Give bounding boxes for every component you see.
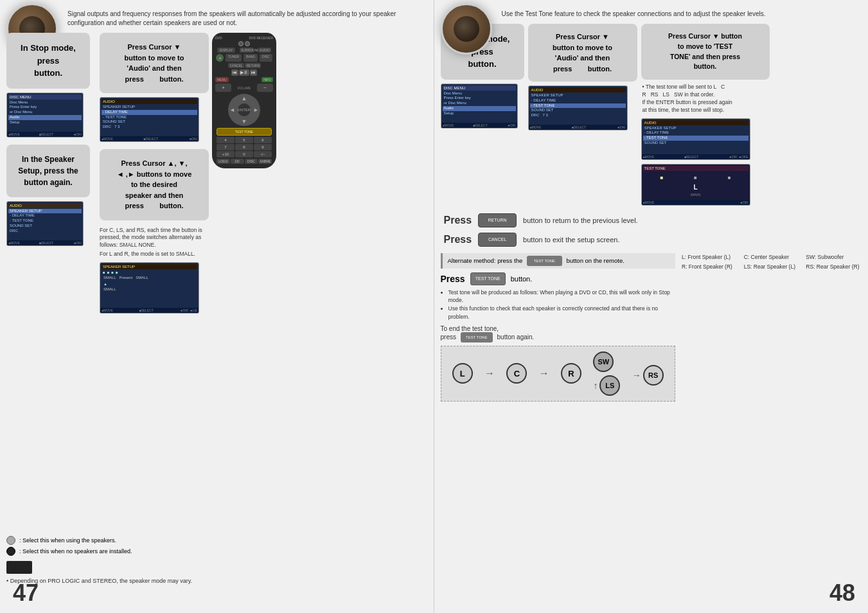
- node-C: C: [506, 363, 527, 384]
- right-step2-box: Press Cursor ▼button to move to'Audio' a…: [528, 24, 637, 82]
- press2-text: button to exit the setup screen.: [523, 236, 619, 244]
- step4-box: Press Cursor ▲, ▼,◄ ,► buttons to moveto…: [100, 149, 209, 220]
- arrow2: →: [539, 368, 549, 379]
- speaker-legend: L: Front Speaker (L) C: Center Speaker S…: [682, 253, 862, 272]
- press1-text: button to return to the previous level.: [523, 217, 638, 224]
- alt-method-box: Alternate method: press the TEST TONE bu…: [441, 253, 676, 269]
- color-dot-gray: [6, 536, 15, 545]
- screen2-thumb: AUDIO SPEAKER SETUP - DELAY TIME - TEST …: [100, 97, 199, 142]
- screen3-thumb: AUDIO SPEAKER SETUP - DELAY TIME - TEST …: [6, 201, 84, 246]
- press3-word: Press: [441, 274, 465, 284]
- screen1-thumb: DISC MENU Disc Menu Press Enter key or D…: [6, 93, 84, 138]
- right-page: Use the Test Tone feature to check the s…: [434, 0, 869, 613]
- press3-suffix: button.: [511, 275, 533, 283]
- node-L: L: [452, 363, 473, 384]
- left-page: Signal outputs and frequency responses f…: [0, 0, 434, 613]
- speaker-diagram: L → C → R SW ↑ LS: [441, 346, 676, 402]
- test-tone-btn[interactable]: TEST TONE: [217, 128, 272, 136]
- right-screen3a-thumb: AUDIO SPEAKER SETUP - DELAY TIME - TEST …: [641, 118, 750, 160]
- legend-LS: LS: Rear Speaker (L): [744, 263, 800, 272]
- right-bullet-note: • The test tone will be sent to L CR RS …: [641, 84, 770, 114]
- right-screen2-thumb: AUDIO SPEAKER SETUP - DELAY TIME - TEST …: [528, 85, 628, 130]
- press3-bullets: Test tone will be produced as follows: W…: [441, 289, 676, 321]
- page: Signal outputs and frequency responses f…: [0, 0, 868, 613]
- end-text-row: To end the test tone, press TEST TONE bu…: [441, 325, 676, 342]
- press3-button-img: TEST TONE: [470, 272, 506, 285]
- press2-word: Press: [444, 234, 472, 245]
- black-rect: [6, 561, 32, 574]
- node-LS: LS: [599, 375, 620, 396]
- page-number-right: 48: [829, 580, 855, 607]
- press-section: Press RETURN button to return to the pre…: [441, 213, 862, 247]
- press1-button-img: RETURN: [478, 213, 517, 227]
- bottom-section: Alternate method: press the TEST TONE bu…: [441, 253, 862, 402]
- legend-L: L: Front Speaker (L): [682, 253, 738, 262]
- press1-word: Press: [444, 215, 472, 226]
- legend-R: R: Front Speaker (R): [682, 263, 738, 272]
- step3-box: In the SpeakerSetup, press thebutton aga…: [6, 145, 90, 197]
- right-screen1-thumb: DISC MENU Disc Menu Press Enter key or D…: [441, 84, 518, 129]
- press1-row: Press RETURN button to return to the pre…: [444, 213, 859, 227]
- steps-middle: Press Cursor ▼button to move to'Audio' a…: [100, 33, 209, 314]
- end-button-img: TEST TONE: [461, 332, 493, 342]
- right-steps-right: Press Cursor ▼ buttonto move to 'TESTTON…: [641, 24, 770, 206]
- right-step3-box: Press Cursor ▼ buttonto move to 'TESTTON…: [641, 24, 770, 80]
- legend-RS: RS: Rear Speaker (R): [806, 263, 862, 272]
- right-screen3b-thumb: TEST TONE ■ ■ ■ L MAIN ●MOVE◄OKI: [641, 164, 750, 206]
- left-description: Signal outputs and frequency responses f…: [67, 10, 427, 28]
- left-bottom-notes: : Select this when using the speakers. :…: [6, 536, 427, 584]
- alt-method-section: Alternate method: press the TEST TONE bu…: [441, 253, 676, 402]
- right-description: Use the Test Tone feature to check the s…: [502, 10, 862, 19]
- bottom-note: • Depending on PRO LOGIC and STEREO, the…: [6, 578, 427, 584]
- step4-bullets: For C, LS, and RS, each time the button …: [100, 227, 209, 259]
- remote-control: DVDDVD RECEIVER DISPLAY SURROUND AUDIO ◄: [212, 33, 283, 168]
- press2-button-img: CANCEL: [478, 233, 517, 247]
- speaker-icon-right: [441, 3, 492, 55]
- color-dot-black: [6, 547, 15, 556]
- press2-row: Press CANCEL button to exit the setup sc…: [444, 233, 859, 247]
- page-number-left: 47: [13, 580, 39, 607]
- right-steps-middle: Press Cursor ▼button to move to'Audio' a…: [528, 24, 637, 130]
- alt-button-img: TEST TONE: [527, 256, 562, 266]
- remote-body: DVDDVD RECEIVER DISPLAY SURROUND AUDIO ◄: [212, 33, 276, 168]
- legend-C: C: Center Speaker: [744, 253, 800, 262]
- legend-SW: SW: Subwoofer: [806, 253, 862, 262]
- step1-box: In Stop mode,pressbutton.: [6, 33, 90, 89]
- step2-box: Press Cursor ▼button to move to'Audio' a…: [100, 33, 209, 93]
- arrow1: →: [484, 368, 495, 379]
- press3-row: Press TEST TONE button.: [441, 272, 676, 285]
- steps-left: In Stop mode,pressbutton. DISC MENU Disc…: [6, 33, 96, 246]
- node-RS: RS: [643, 365, 664, 386]
- screen4-thumb: SPEAKER SETUP ■■■■ SMALL Present SMALL ▲…: [100, 262, 199, 314]
- node-SW: SW: [593, 351, 614, 372]
- node-R: R: [561, 363, 581, 384]
